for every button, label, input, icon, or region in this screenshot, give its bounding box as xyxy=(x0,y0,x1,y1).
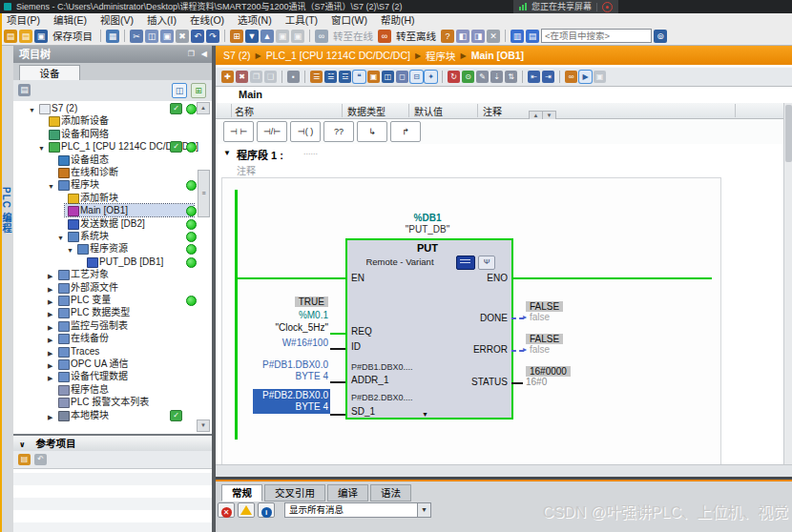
show-comments-icon[interactable]: ❝ xyxy=(353,71,365,83)
id-operand[interactable]: W#16#100 xyxy=(222,338,328,348)
open-all-networks-icon[interactable]: ☰ xyxy=(310,71,323,83)
empty-box-button[interactable]: ?? xyxy=(323,121,354,142)
change-block-type-icon[interactable]: Ψ xyxy=(478,256,495,270)
tree-item-local-modules[interactable]: ▶本地模块✓ xyxy=(13,409,212,421)
go-online-icon-label[interactable]: 转至在线 xyxy=(330,29,376,43)
show-window2-icon[interactable]: ◨ xyxy=(471,30,485,43)
column-comment[interactable]: 注释 xyxy=(483,104,502,118)
menu-item-window[interactable]: 窗口(W) xyxy=(324,13,374,27)
menu-item-insert[interactable]: 插入(I) xyxy=(140,13,183,27)
insert-network-icon[interactable]: ✚ xyxy=(221,71,234,83)
stop-share-icon[interactable] xyxy=(602,2,613,12)
addr1-operand-line2[interactable]: BYTE 4 xyxy=(222,371,328,381)
open-branch-button[interactable]: ↳ xyxy=(357,121,387,142)
breadcrumb-segment-0[interactable]: S7 (2) xyxy=(223,50,251,61)
open-reference-project-icon[interactable]: ▤ xyxy=(18,454,31,465)
done-operand[interactable]: false xyxy=(530,312,550,322)
close-window-icon[interactable]: ✕ xyxy=(487,30,500,43)
cut-icon[interactable]: ✂ xyxy=(130,30,143,43)
pin-panel-icon[interactable]: ❐ xyxy=(188,46,195,63)
put-block[interactable]: PUT Remote - Variant Ψ EN ENO REQ ID P#D… xyxy=(345,238,513,419)
tree-item-plc-tags[interactable]: ▶PLC 变量 xyxy=(13,294,212,306)
coil-button[interactable]: ⊣( ) xyxy=(290,121,321,142)
tree-item-s7-project[interactable]: ▼S7 (2)✓ xyxy=(13,102,212,114)
new-project-icon[interactable]: ▤ xyxy=(4,30,17,43)
favorites-icon[interactable]: ▣ xyxy=(367,71,380,83)
tree-item-plc-data-types[interactable]: ▶PLC 数据类型 xyxy=(13,306,212,318)
paste-network-icon[interactable]: ❑ xyxy=(264,71,277,83)
inspector-tab-syntax[interactable]: 语法 xyxy=(370,484,411,501)
nc-contact-button[interactable]: ⊣/⊢ xyxy=(257,121,287,142)
go-monitor-icon[interactable]: ⊙ xyxy=(462,71,474,83)
delete-icon[interactable]: ✖ xyxy=(176,30,189,43)
save-project-icon[interactable]: ▣ xyxy=(34,30,48,43)
split-horizontal-icon[interactable]: ▥ xyxy=(511,30,524,43)
tree-item-technology-objects[interactable]: ▶工艺对象 xyxy=(13,268,212,280)
close-all-networks-icon[interactable]: ☱ xyxy=(324,71,337,83)
save-project-icon-label[interactable]: 保存项目 xyxy=(50,29,95,43)
stop-cpu-icon[interactable]: ▣ xyxy=(291,30,304,43)
upload-from-device-icon[interactable]: ▲ xyxy=(261,30,274,43)
column-name[interactable]: 名称 xyxy=(235,104,254,118)
close-branch-button[interactable]: ↱ xyxy=(390,121,421,142)
breadcrumb-segment-2[interactable]: 程序块 xyxy=(426,49,456,63)
update-block-calls-icon[interactable]: ↻ xyxy=(448,71,460,83)
tree-item-online-diagnostics[interactable]: 在线和诊断 xyxy=(13,166,212,178)
details-view-icon[interactable]: ◫ xyxy=(172,83,187,98)
network-comment-placeholder[interactable]: 注释 xyxy=(237,163,256,177)
menu-item-online[interactable]: 在线(O) xyxy=(183,13,231,27)
print-icon[interactable]: ▦ xyxy=(106,30,119,43)
network-header[interactable]: ▼ 程序段 1 : ...... xyxy=(216,147,792,162)
redo-icon[interactable]: ↷ xyxy=(206,30,219,43)
menu-item-tools[interactable]: 工具(T) xyxy=(279,13,324,27)
open-project-icon[interactable]: ▤ xyxy=(19,30,32,43)
plc-programming-vertical-tab[interactable]: PLC 编程 xyxy=(1,187,13,234)
jump-next-icon[interactable]: ⇥ xyxy=(542,71,554,83)
start-cpu-icon[interactable]: ▣ xyxy=(276,30,289,43)
menu-item-options[interactable]: 选项(N) xyxy=(231,13,279,27)
expand-boxes-icon[interactable]: ⊟ xyxy=(410,71,423,83)
block-subtitle[interactable]: Remote - Variant xyxy=(347,256,452,267)
go-online-icon[interactable]: ∞ xyxy=(315,30,328,43)
menu-item-project[interactable]: 项目(P) xyxy=(0,13,47,27)
network-canvas[interactable]: %DB1 "PUT_DB" PUT Remote - Variant Ψ EN … xyxy=(221,177,721,466)
sd1-operand-line2[interactable]: BYTE 4 xyxy=(222,401,328,412)
topology-view-icon[interactable]: ⊞ xyxy=(191,83,206,98)
editor-scrollbar[interactable] xyxy=(783,103,792,464)
tree-item-put-db-db1[interactable]: PUT_DB [DB1] xyxy=(13,256,212,268)
insert-operand-icon[interactable]: ◻ xyxy=(396,71,408,83)
status-operand[interactable]: 16#0 xyxy=(526,377,547,387)
tree-item-device-configuration[interactable]: 设备组态 xyxy=(13,153,212,166)
wizard-icon[interactable]: ✦ xyxy=(425,71,437,83)
editor-scroll-thumb[interactable] xyxy=(785,105,792,162)
inspector-tab-general[interactable]: 常规 xyxy=(221,484,262,501)
online-diagnostics-icon[interactable]: ? xyxy=(441,30,454,43)
column-datatype[interactable]: 数据类型 xyxy=(347,104,386,118)
req-address[interactable]: %M0.1 xyxy=(222,310,328,320)
tree-item-traces[interactable]: ▶Traces xyxy=(13,345,212,358)
tree-item-system-blocks[interactable]: ▼系统块 xyxy=(13,230,212,242)
tree-item-main-ob1[interactable]: Main [OB1] xyxy=(13,204,212,216)
download-to-device-icon[interactable]: ▼ xyxy=(245,30,259,43)
tree-item-program-resources[interactable]: ▼程序资源 xyxy=(13,242,212,255)
show-window1-icon[interactable]: ◧ xyxy=(456,30,469,43)
snapshot-icon[interactable]: ✎ xyxy=(476,71,489,83)
tree-item-program-info[interactable]: 程序信息 xyxy=(13,383,212,396)
monitoring-glasses-icon[interactable]: ∞ xyxy=(565,71,577,83)
copy-icon[interactable]: ◫ xyxy=(145,30,158,43)
tree-item-device-proxy-data[interactable]: ▶设备代理数据 xyxy=(13,370,212,382)
network-collapse-icon[interactable]: ▼ xyxy=(223,149,231,157)
instance-db-name[interactable]: "PUT_DB" xyxy=(345,224,510,235)
tree-item-add-new-block[interactable]: 添加新块 xyxy=(13,192,212,204)
tab-devices[interactable]: 设备 xyxy=(19,65,80,81)
tree-item-watch-force-tables[interactable]: ▶监控与强制表 xyxy=(13,319,212,332)
collapse-panel-icon[interactable]: ◀ xyxy=(201,46,207,63)
no-contact-button[interactable]: ⊣ ⊢ xyxy=(223,121,254,142)
accessible-devices-icon[interactable]: ⊞ xyxy=(230,30,243,43)
tree-item-devices-networks[interactable]: 设备和网络 xyxy=(13,128,212,140)
tree-item-opc-ua[interactable]: ▶OPC UA 通信 xyxy=(13,358,212,370)
tree-item-plc-alarm-text-lists[interactable]: PLC 报警文本列表 xyxy=(13,396,212,408)
tree-item-add-new-device[interactable]: 添加新设备 xyxy=(13,114,212,127)
sd1-operand-line1[interactable]: P#DB2.DBX0.0 xyxy=(222,390,328,400)
disabled-db-icon[interactable]: ▣ xyxy=(594,71,606,83)
